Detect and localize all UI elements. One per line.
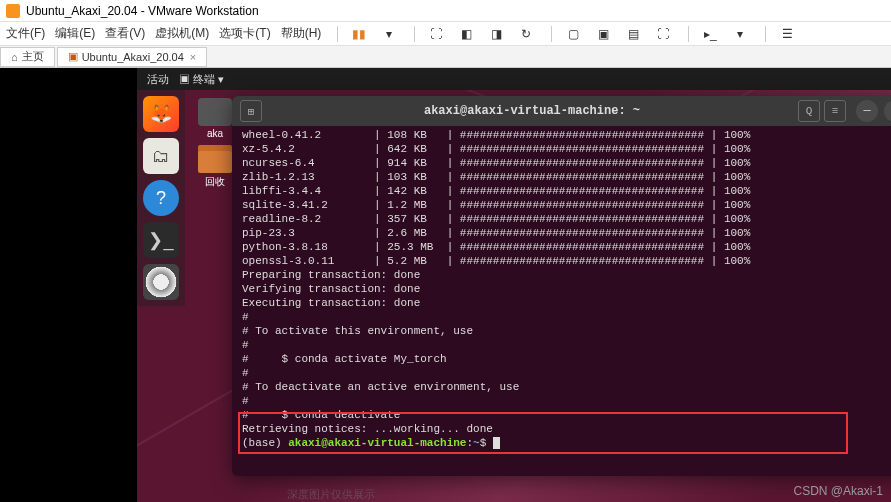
dropdown2-icon[interactable]: ▾ [731, 25, 749, 43]
revert-icon[interactable]: ↻ [517, 25, 535, 43]
terminal-window: ⊞ akaxi@akaxi-virtual-machine: ~ Q ≡ — ▢… [232, 96, 891, 476]
folder-recycle[interactable]: 回收 [193, 145, 237, 189]
activities-button[interactable]: 活动 [147, 72, 169, 87]
help-icon[interactable]: ? [143, 180, 179, 216]
menu-help[interactable]: 帮助(H) [281, 25, 322, 42]
menu-view[interactable]: 查看(V) [105, 25, 145, 42]
desktop-icons: aka 回收 [193, 98, 237, 195]
close-tab-icon[interactable]: × [190, 51, 196, 63]
vmware-titlebar: Ubuntu_Akaxi_20.04 - VMware Workstation [0, 0, 891, 22]
dropdown-icon[interactable]: ▾ [380, 25, 398, 43]
watermark: CSDN @Akaxi-1 [793, 484, 883, 498]
library-icon[interactable]: ☰ [778, 25, 796, 43]
console-icon[interactable]: ▸_ [701, 25, 719, 43]
terminal-title: akaxi@akaxi-virtual-machine: ~ [266, 104, 798, 118]
search-icon[interactable]: Q [798, 100, 820, 122]
hamburger-icon[interactable]: ≡ [824, 100, 846, 122]
send-ctrl-alt-del-icon[interactable]: ⛶ [427, 25, 445, 43]
tab-home[interactable]: 主页 [0, 47, 55, 67]
vmware-menubar: 文件(F) 编辑(E) 查看(V) 虚拟机(M) 选项卡(T) 帮助(H) ▮▮… [0, 22, 891, 46]
new-tab-icon[interactable]: ⊞ [240, 100, 262, 122]
ubuntu-topbar: 活动 ▣ 终端 ▾ 11月3日 18:34 ◐ ◣ ▾ [137, 68, 891, 90]
files-icon[interactable]: 🗂 [143, 138, 179, 174]
multi-monitor-icon[interactable]: ▣ [594, 25, 612, 43]
disc-icon[interactable] [143, 264, 179, 300]
menu-vm[interactable]: 虚拟机(M) [155, 25, 209, 42]
window-icon[interactable]: ▢ [564, 25, 582, 43]
ubuntu-dock: 🦊 🗂 ? ❯_ [137, 90, 185, 306]
snapshot-icon[interactable]: ◧ [457, 25, 475, 43]
vmware-title: Ubuntu_Akaxi_20.04 - VMware Workstation [26, 4, 259, 18]
firefox-icon[interactable]: 🦊 [143, 96, 179, 132]
vmware-icon [6, 4, 20, 18]
highlight-box [238, 412, 848, 454]
faded-caption: 深度图片仅供展示 [287, 487, 375, 502]
fullscreen-icon[interactable]: ⛶ [654, 25, 672, 43]
unity-icon[interactable]: ▤ [624, 25, 642, 43]
maximize-button[interactable]: ▢ [884, 100, 891, 122]
pause-icon[interactable]: ▮▮ [350, 25, 368, 43]
menu-tabs[interactable]: 选项卡(T) [219, 25, 270, 42]
menu-file[interactable]: 文件(F) [6, 25, 45, 42]
tab-vm[interactable]: ▣Ubuntu_Akaxi_20.04× [57, 47, 208, 67]
minimize-button[interactable]: — [856, 100, 878, 122]
menu-edit[interactable]: 编辑(E) [55, 25, 95, 42]
folder-aka[interactable]: aka [193, 98, 237, 139]
vm-viewport: 活动 ▣ 终端 ▾ 11月3日 18:34 ◐ ◣ ▾ 🦊 🗂 ? ❯_ aka… [0, 68, 891, 502]
terminal-icon[interactable]: ❯_ [143, 222, 179, 258]
terminal-titlebar[interactable]: ⊞ akaxi@akaxi-virtual-machine: ~ Q ≡ — ▢… [232, 96, 891, 126]
snapshot-mgr-icon[interactable]: ◨ [487, 25, 505, 43]
vmware-tabbar: 主页 ▣Ubuntu_Akaxi_20.04× [0, 46, 891, 68]
app-menu[interactable]: ▣ 终端 ▾ [179, 72, 224, 87]
